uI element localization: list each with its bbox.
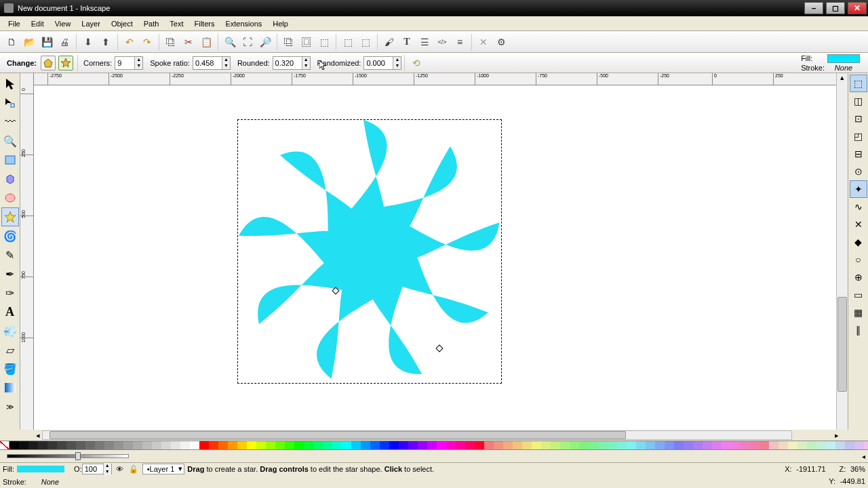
swatch[interactable]: [816, 441, 826, 449]
snap-enable[interactable]: ⬚: [850, 75, 867, 92]
swatch[interactable]: [560, 441, 570, 449]
swatch[interactable]: [351, 441, 361, 449]
swatch[interactable]: [332, 441, 342, 449]
swatch[interactable]: [38, 441, 47, 449]
swatch[interactable]: [28, 441, 38, 449]
snap-bbox-icon[interactable]: ◫: [850, 92, 867, 110]
swatch[interactable]: [57, 441, 66, 449]
preferences-button[interactable]: [475, 34, 492, 50]
align-button[interactable]: [452, 34, 468, 50]
swatch[interactable]: [9, 441, 19, 449]
group-button[interactable]: [340, 34, 356, 50]
text-tool[interactable]: A: [1, 302, 19, 321]
swatch[interactable]: [456, 441, 465, 449]
swatch[interactable]: [114, 441, 123, 449]
rounded-input[interactable]: ▲▼: [273, 56, 311, 70]
swatch[interactable]: [646, 441, 655, 449]
swatch[interactable]: [427, 441, 437, 449]
opacity-input[interactable]: ▲▼: [82, 464, 112, 474]
stroke-value[interactable]: None: [827, 64, 860, 72]
randomized-input[interactable]: ▲▼: [363, 56, 401, 70]
swatch[interactable]: [437, 441, 446, 449]
swatch[interactable]: [769, 441, 778, 449]
swatch[interactable]: [266, 441, 275, 449]
zoom-page-button[interactable]: [257, 34, 273, 50]
swatch[interactable]: [551, 441, 560, 449]
swatch[interactable]: [380, 441, 389, 449]
snap-edge-icon[interactable]: ⊡: [850, 110, 867, 127]
swatch[interactable]: [532, 441, 541, 449]
swatch[interactable]: [85, 441, 95, 449]
print-button[interactable]: [56, 34, 73, 50]
swatch[interactable]: [845, 441, 854, 449]
swatch[interactable]: [778, 441, 788, 449]
swatch[interactable]: [731, 441, 741, 449]
snap-path-icon[interactable]: ∿: [850, 198, 867, 216]
star-shape[interactable]: [238, 117, 502, 388]
star-tool[interactable]: [1, 207, 19, 226]
swatch[interactable]: [589, 441, 598, 449]
star-mode-button[interactable]: [58, 56, 73, 70]
swatch[interactable]: [750, 441, 760, 449]
opacity-field[interactable]: [83, 464, 103, 474]
text-props-button[interactable]: [399, 34, 415, 50]
swatch[interactable]: [570, 441, 579, 449]
xml-editor-button[interactable]: [434, 34, 450, 50]
randomized-up[interactable]: ▲: [393, 57, 401, 63]
swatch[interactable]: [703, 441, 712, 449]
more-tools[interactable]: ≫: [1, 397, 19, 416]
snap-intersect-icon[interactable]: ✕: [850, 216, 867, 233]
calligraphy-tool[interactable]: ✑: [1, 283, 19, 302]
spoke-input[interactable]: ▲▼: [193, 56, 231, 70]
rounded-field[interactable]: [273, 58, 302, 68]
zoom-tool[interactable]: 🔍: [1, 131, 19, 150]
rounded-up[interactable]: ▲: [302, 57, 310, 63]
swatch[interactable]: [389, 441, 399, 449]
duplicate-button[interactable]: [281, 34, 297, 50]
swatch[interactable]: [171, 441, 180, 449]
save-button[interactable]: [39, 34, 55, 50]
swatch[interactable]: [617, 441, 627, 449]
scrollbar-horizontal[interactable]: [42, 430, 792, 440]
status-stroke-value[interactable]: None: [26, 478, 74, 486]
swatch[interactable]: [712, 441, 722, 449]
snap-center-icon[interactable]: ⊙: [850, 163, 867, 180]
tweak-tool[interactable]: 〰: [1, 113, 19, 131]
swatch[interactable]: [608, 441, 617, 449]
box3d-tool[interactable]: [1, 169, 19, 188]
swatch[interactable]: [123, 441, 133, 449]
swatch[interactable]: [446, 441, 456, 449]
palette-scrollbar[interactable]: [7, 454, 129, 458]
swatch[interactable]: [19, 441, 28, 449]
import-button[interactable]: [80, 34, 96, 50]
eraser-tool[interactable]: ▱: [1, 340, 19, 359]
menu-view[interactable]: View: [50, 18, 77, 29]
snap-cusps-icon[interactable]: ◆: [850, 233, 867, 251]
palette-scroll-thumb[interactable]: [75, 452, 81, 460]
swatch[interactable]: [104, 441, 114, 449]
swatch[interactable]: [475, 441, 484, 449]
swatch[interactable]: [95, 441, 104, 449]
swatch[interactable]: [370, 441, 380, 449]
swatch[interactable]: [854, 441, 864, 449]
swatch[interactable]: [826, 441, 835, 449]
corners-up[interactable]: ▲: [134, 57, 142, 63]
swatch[interactable]: [513, 441, 522, 449]
reset-defaults-button[interactable]: ⟲: [408, 55, 425, 71]
swatch[interactable]: [693, 441, 703, 449]
unlink-clone-button[interactable]: [316, 34, 332, 50]
swatch[interactable]: [465, 441, 475, 449]
swatch[interactable]: [294, 441, 304, 449]
minimize-button[interactable]: –: [804, 2, 823, 14]
palette-menu-button[interactable]: ◂: [862, 453, 865, 460]
copy-button[interactable]: [163, 34, 179, 50]
swatch[interactable]: [741, 441, 750, 449]
swatch[interactable]: [256, 441, 266, 449]
gradient-tool[interactable]: [1, 378, 19, 397]
spoke-field[interactable]: [193, 58, 222, 68]
polygon-mode-button[interactable]: [41, 56, 56, 70]
swatch[interactable]: [627, 441, 636, 449]
snap-midpoint-icon[interactable]: ⊟: [850, 145, 867, 163]
scroll-left-button[interactable]: ◂: [34, 431, 42, 440]
menu-edit[interactable]: Edit: [26, 18, 50, 29]
